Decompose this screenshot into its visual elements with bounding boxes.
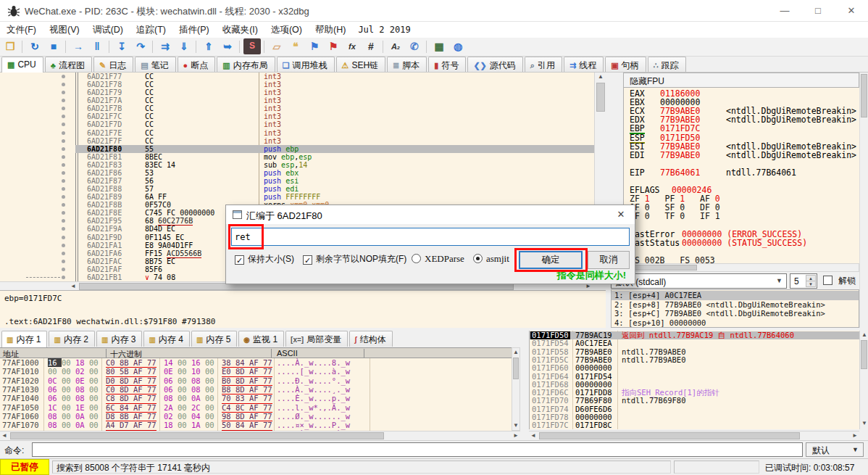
calculator-icon[interactable]: ▦: [430, 38, 448, 54]
menu-item-3[interactable]: 追踪(T): [130, 22, 172, 38]
tab-notes[interactable]: ▤笔记: [135, 57, 175, 72]
register-row[interactable]: EIP77B64061ntdll.77B64061: [624, 168, 859, 177]
breakpoint-dot-icon[interactable]: [62, 179, 65, 183]
tab-symbols[interactable]: ▮符号: [428, 57, 466, 72]
tab-script[interactable]: ≣脚本: [387, 57, 427, 72]
disasm-row[interactable]: 6AD21F8055push ebp: [0, 145, 594, 153]
argument-count-stepper[interactable]: 5 ▲ ▼: [790, 273, 817, 289]
assemble-instruction-input[interactable]: [231, 228, 630, 246]
breakpoint-dot-icon[interactable]: [62, 268, 65, 271]
register-row[interactable]: EBP0171FD7C: [624, 124, 859, 133]
dump-row[interactable]: 77AF10501C 00 1E 006C 84 AF 772A 00 2C 0…: [0, 403, 512, 412]
dump-tab-struct[interactable]: ʃ结构体: [349, 331, 392, 347]
stack-horizontal-scrollbar[interactable]: ◄ ►: [529, 431, 859, 439]
menu-item-0[interactable]: 文件(F): [0, 22, 43, 38]
disasm-row[interactable]: 6AD21F7DCCint3: [0, 120, 594, 128]
disasm-row[interactable]: 6AD21F7BCCint3: [0, 104, 594, 112]
hide-fpu-button[interactable]: 隐藏FPU: [623, 73, 859, 88]
breakpoint-dot-icon[interactable]: [62, 211, 65, 215]
checkbox-box[interactable]: ✓: [235, 255, 244, 265]
menu-item-5[interactable]: 收藏夹(I): [216, 22, 264, 38]
function-icon[interactable]: fx: [343, 38, 361, 54]
dump-row[interactable]: 77AF103006 00 08 00C0 8D AF 7706 00 08 0…: [0, 385, 512, 394]
register-row[interactable]: ESI77B9ABE0<ntdll.DbgUiRemoteBreakin>: [624, 142, 859, 151]
breakpoint-dot-icon[interactable]: [62, 139, 65, 143]
tab-source[interactable]: ❮❯源代码: [467, 57, 522, 72]
breakpoint-dot-icon[interactable]: [62, 75, 65, 78]
scroll-down-arrow[interactable]: ▼: [860, 419, 868, 428]
tab-memory-map[interactable]: ▥内存布局: [217, 57, 275, 72]
disasm-row[interactable]: 6AD21F8756push esi: [0, 177, 594, 185]
breakpoint-dot-icon[interactable]: [62, 219, 65, 223]
dump-row[interactable]: 77AF107008 00 0A 00A4 D7 AF 7718 00 1A 0…: [0, 421, 512, 429]
argument-row[interactable]: 3: [esp+C] 77B9ABE0 <ntdll.DbgUiRemoteBr…: [612, 309, 859, 318]
breakpoint-dot-icon[interactable]: [62, 115, 65, 118]
registers-horizontal-scrollbar[interactable]: [623, 263, 859, 272]
menu-item-4[interactable]: 插件(P): [172, 22, 216, 38]
breakpoint-dot-icon[interactable]: [62, 236, 65, 239]
disasm-row[interactable]: 6AD21F8857push edi: [0, 185, 594, 193]
dump-row[interactable]: 77AF10200C 00 0E 00D0 8D AF 7706 00 08 0…: [0, 376, 512, 385]
scroll-up-arrow[interactable]: ▲: [596, 73, 605, 81]
stack-row[interactable]: 0171FD54A0C17EEA: [530, 339, 859, 347]
tab-seh[interactable]: ⚠SEH链: [336, 57, 386, 72]
breakpoint-dot-icon[interactable]: [62, 227, 65, 231]
argument-row[interactable]: 2: [esp+8] 77B9ABE0 <ntdll.DbgUiRemoteBr…: [612, 300, 859, 310]
dump-tab-mem1[interactable]: ▥内存 1: [1, 331, 47, 347]
breakpoint-dot-icon[interactable]: [62, 260, 65, 263]
command-input[interactable]: [32, 442, 803, 457]
header-divider[interactable]: [271, 349, 272, 358]
stack-vertical-scrollbar[interactable]: ▲ ▼: [859, 331, 868, 429]
disasm-row[interactable]: 6AD21F818BECmov ebp,esp: [0, 153, 594, 161]
disasm-row[interactable]: 6AD21F79CCint3: [0, 88, 594, 96]
disasm-row[interactable]: 6AD21F896A FFpush FFFFFFFF: [0, 193, 594, 201]
dump-vertical-scrollbar[interactable]: ▲ ▼: [512, 347, 520, 431]
dump-row[interactable]: 77AF100016 00 18 00C0 8B AF 7714 00 16 0…: [0, 358, 512, 367]
register-row[interactable]: LastError00000000 (ERROR_SUCCESS): [624, 230, 859, 239]
register-row[interactable]: EDX77B9ABE0<ntdll.DbgUiRemoteBreakin>: [624, 115, 859, 124]
patch-icon[interactable]: ▱: [268, 38, 285, 54]
breakpoint-dot-icon[interactable]: [62, 107, 65, 110]
breakpoint-dot-icon[interactable]: [62, 252, 65, 255]
stack-panel[interactable]: 0171FD5077B9AC19返回到 ntdll.77B9AC19 自 ntd…: [529, 331, 859, 429]
tab-handles[interactable]: ▣句柄: [605, 57, 646, 72]
breakpoint-dot-icon[interactable]: [62, 195, 65, 199]
header-divider[interactable]: [364, 349, 364, 358]
register-row[interactable]: GS 002B FS 0053: [624, 256, 859, 263]
stack-row[interactable]: 0171FD6000000000: [530, 364, 859, 372]
dump-horizontal-scrollbar[interactable]: ◄ ►: [0, 431, 520, 439]
tab-graph[interactable]: ♣流程图: [45, 57, 92, 72]
minimize-button[interactable]: —: [768, 0, 801, 22]
run-icon[interactable]: →: [70, 38, 87, 54]
registers-panel[interactable]: EAX01186000EBX00000000ECX77B9ABE0<ntdll.…: [623, 88, 859, 263]
cancel-button[interactable]: 取消: [588, 251, 630, 269]
radio-circle[interactable]: [412, 254, 421, 263]
checkbox-box[interactable]: [823, 276, 832, 285]
scroll-thumb[interactable]: [513, 358, 519, 379]
scroll-thumb[interactable]: [861, 340, 867, 369]
menu-item-1[interactable]: 视图(V): [43, 22, 86, 38]
bookmark-icon[interactable]: ⚑: [325, 38, 342, 54]
script-s-icon[interactable]: S: [243, 38, 261, 54]
scroll-left-arrow[interactable]: ◄: [0, 431, 9, 440]
breakpoint-dot-icon[interactable]: [62, 147, 65, 151]
breakpoint-dot-icon[interactable]: [62, 83, 65, 86]
header-divider[interactable]: [106, 349, 107, 358]
open-file-icon[interactable]: ❒: [1, 38, 19, 54]
dump-tab-mem4[interactable]: ▥内存 4: [143, 331, 189, 347]
disasm-row[interactable]: 6AD21F77CCint3: [0, 73, 594, 80]
comment-icon[interactable]: ❝: [287, 38, 304, 54]
text-a2-icon[interactable]: A₂: [387, 38, 404, 54]
dump-row[interactable]: 77AF104006 00 08 00C8 8D AF 7708 00 0A 0…: [0, 394, 512, 402]
step-down-icon[interactable]: ⇓: [175, 38, 193, 54]
scroll-up-arrow[interactable]: ▲: [512, 348, 520, 357]
dump-row[interactable]: 77AF101000 00 02 0080 5B AF 770E 00 10 0…: [0, 367, 512, 376]
dialog-radio-1[interactable]: asmjit: [473, 253, 509, 265]
breakpoint-dot-icon[interactable]: [62, 123, 65, 126]
scroll-thumb[interactable]: [596, 83, 605, 112]
disasm-row[interactable]: 6AD21F8383EC 14sub esp,14: [0, 161, 594, 169]
globe-icon[interactable]: ◍: [449, 38, 467, 54]
disasm-row[interactable]: 6AD21F7ECCint3: [0, 129, 594, 137]
scroll-thumb[interactable]: [625, 265, 697, 270]
scroll-left-arrow[interactable]: ◄: [529, 431, 538, 440]
